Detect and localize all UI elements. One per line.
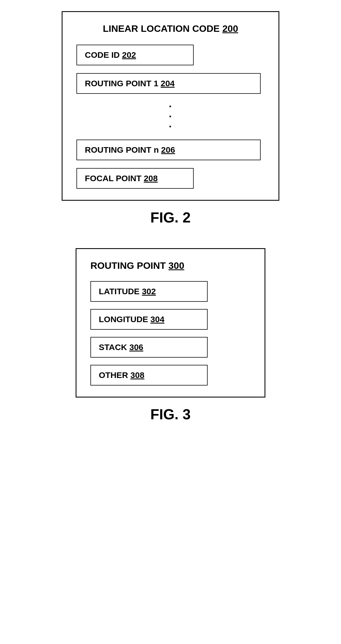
latitude-box: LATITUDE 302 bbox=[90, 281, 208, 302]
ellipsis-dots: ··· bbox=[169, 102, 172, 132]
routing-point-box: ROUTING POINT 300 LATITUDE 302 LONGITUDE… bbox=[76, 248, 265, 398]
routing-point-n-box: ROUTING POINT n 206 bbox=[76, 140, 261, 160]
routing-point-1-box: ROUTING POINT 1 204 bbox=[76, 73, 261, 94]
figure-3: ROUTING POINT 300 LATITUDE 302 LONGITUDE… bbox=[22, 248, 319, 437]
fig3-outer-title: ROUTING POINT 300 bbox=[90, 260, 184, 271]
fig2-outer-title: LINEAR LOCATION CODE 200 bbox=[103, 23, 238, 34]
fig2-label: FIG. 2 bbox=[150, 209, 191, 226]
longitude-box: LONGITUDE 304 bbox=[90, 309, 208, 330]
focal-point-box: FOCAL POINT 208 bbox=[76, 168, 194, 189]
fig3-label: FIG. 3 bbox=[150, 406, 191, 423]
stack-box: STACK 306 bbox=[90, 337, 208, 358]
figure-2: LINEAR LOCATION CODE 200 CODE ID 202 ROU… bbox=[22, 11, 319, 240]
other-box: OTHER 308 bbox=[90, 365, 208, 386]
code-id-box: CODE ID 202 bbox=[76, 45, 194, 65]
linear-location-code-box: LINEAR LOCATION CODE 200 CODE ID 202 ROU… bbox=[62, 11, 279, 201]
